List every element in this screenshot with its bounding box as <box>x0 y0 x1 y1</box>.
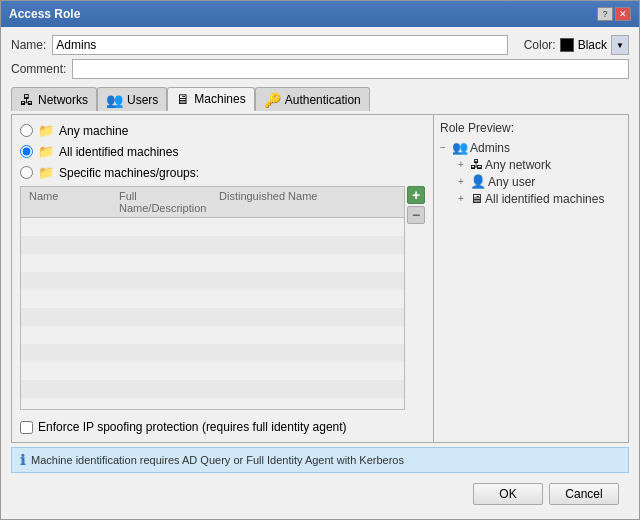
root-icon: 👥 <box>452 140 468 155</box>
tree-any-user: + 👤 Any user <box>440 173 622 190</box>
any-network-icon: 🖧 <box>470 157 483 172</box>
specific-icon: 📁 <box>38 165 54 180</box>
tabs-row: 🖧 Networks 👥 Users 🖥 Machines 🔑 Authenti… <box>11 87 629 111</box>
footer: OK Cancel <box>11 477 629 511</box>
machines-icon: 🖥 <box>176 91 190 107</box>
all-id-expand[interactable]: + <box>458 193 468 204</box>
comment-input[interactable] <box>72 59 629 79</box>
any-machine-radio[interactable] <box>20 124 33 137</box>
tree-root: − 👥 Admins <box>440 139 622 156</box>
color-row: Color: Black ▼ <box>524 35 629 55</box>
right-panel: Role Preview: − 👥 Admins + 🖧 Any network… <box>434 115 629 443</box>
all-identified-label: All identified machines <box>59 145 178 159</box>
name-label: Name: <box>11 38 46 52</box>
title-bar: Access Role ? ✕ <box>1 1 639 27</box>
col-dn: Distinguished Name <box>215 189 400 215</box>
info-icon: ℹ <box>20 452 25 468</box>
name-input[interactable] <box>52 35 507 55</box>
dialog-content: Name: Color: Black ▼ Comment: 🖧 Networks… <box>1 27 639 519</box>
table-with-buttons: Name Full Name/Description Distinguished… <box>20 186 425 410</box>
color-swatch <box>560 38 574 52</box>
name-row: Name: Color: Black ▼ <box>11 35 629 55</box>
color-dropdown[interactable]: ▼ <box>611 35 629 55</box>
specific-option[interactable]: 📁 Specific machines/groups: <box>20 165 425 180</box>
cancel-button[interactable]: Cancel <box>549 483 619 505</box>
color-name: Black <box>578 38 607 52</box>
tree-any-network: + 🖧 Any network <box>440 156 622 173</box>
root-label: Admins <box>470 141 510 155</box>
any-user-icon: 👤 <box>470 174 486 189</box>
all-id-label: All identified machines <box>485 192 604 206</box>
info-text: Machine identification requires AD Query… <box>31 454 404 466</box>
main-area: 📁 Any machine 📁 All identified machines … <box>11 114 629 443</box>
users-icon: 👥 <box>106 92 123 108</box>
close-button[interactable]: ✕ <box>615 7 631 21</box>
root-expand[interactable]: − <box>440 142 450 153</box>
comment-label: Comment: <box>11 62 66 76</box>
tab-users-label: Users <box>127 93 158 107</box>
remove-button[interactable]: − <box>407 206 425 224</box>
all-id-icon: 🖥 <box>470 191 483 206</box>
enforce-checkbox[interactable] <box>20 421 33 434</box>
info-bar: ℹ Machine identification requires AD Que… <box>11 447 629 473</box>
any-user-label: Any user <box>488 175 535 189</box>
title-bar-buttons: ? ✕ <box>597 7 631 21</box>
any-network-expand[interactable]: + <box>458 159 468 170</box>
all-identified-radio[interactable] <box>20 145 33 158</box>
tab-machines[interactable]: 🖥 Machines <box>167 87 254 111</box>
auth-icon: 🔑 <box>264 92 281 108</box>
any-user-expand[interactable]: + <box>458 176 468 187</box>
networks-icon: 🖧 <box>20 92 34 108</box>
any-machine-option[interactable]: 📁 Any machine <box>20 123 425 138</box>
tab-machines-label: Machines <box>194 92 245 106</box>
enforce-label: Enforce IP spoofing protection (requires… <box>38 420 347 434</box>
tab-networks-label: Networks <box>38 93 88 107</box>
color-label: Color: <box>524 38 556 52</box>
window-title: Access Role <box>9 7 80 21</box>
specific-label: Specific machines/groups: <box>59 166 199 180</box>
table-body <box>21 218 404 409</box>
help-button[interactable]: ? <box>597 7 613 21</box>
tab-users[interactable]: 👥 Users <box>97 87 167 111</box>
machines-table: Name Full Name/Description Distinguished… <box>20 186 405 410</box>
col-fullname: Full Name/Description <box>115 189 215 215</box>
add-button[interactable]: + <box>407 186 425 204</box>
table-header: Name Full Name/Description Distinguished… <box>21 187 404 218</box>
col-name: Name <box>25 189 115 215</box>
any-machine-label: Any machine <box>59 124 128 138</box>
tree-all-identified: + 🖥 All identified machines <box>440 190 622 207</box>
all-identified-icon: 📁 <box>38 144 54 159</box>
left-panel: 📁 Any machine 📁 All identified machines … <box>11 115 434 443</box>
tab-auth-label: Authentication <box>285 93 361 107</box>
role-preview-title: Role Preview: <box>440 121 622 135</box>
any-machine-icon: 📁 <box>38 123 54 138</box>
enforce-row: Enforce IP spoofing protection (requires… <box>20 420 425 434</box>
all-identified-option[interactable]: 📁 All identified machines <box>20 144 425 159</box>
specific-radio[interactable] <box>20 166 33 179</box>
comment-row: Comment: <box>11 59 629 79</box>
any-network-label: Any network <box>485 158 551 172</box>
tab-networks[interactable]: 🖧 Networks <box>11 87 97 111</box>
ok-button[interactable]: OK <box>473 483 543 505</box>
access-role-window: Access Role ? ✕ Name: Color: Black ▼ Com… <box>0 0 640 520</box>
tab-authentication[interactable]: 🔑 Authentication <box>255 87 370 111</box>
side-buttons: + − <box>407 186 425 410</box>
